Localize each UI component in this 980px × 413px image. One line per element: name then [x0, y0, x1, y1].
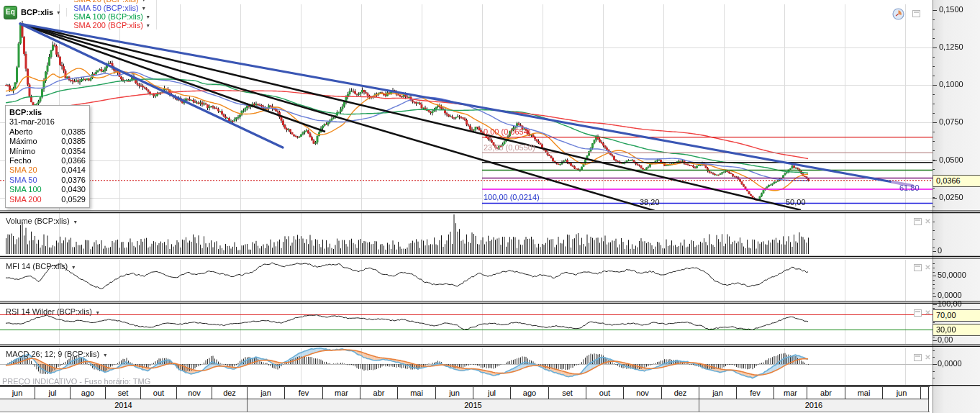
month-cell: jul: [35, 387, 71, 399]
fib-level-100-label[interactable]: 100,00 (0,0214): [484, 193, 540, 201]
close-icon[interactable]: ✕: [924, 217, 932, 225]
tooltip-row: Máximo0,0385: [9, 137, 86, 146]
restore-icon[interactable]: [914, 354, 922, 361]
fib-level-236-label[interactable]: 23,60 (0,0550): [484, 143, 535, 152]
legend-item-sma-100[interactable]: SMA 100 (BCP:xlis)▾: [73, 12, 157, 21]
macd-panel-header[interactable]: MACD 26; 12; 9 (BCP:xlis)▾: [6, 350, 106, 358]
month-cell: fev: [285, 387, 323, 399]
chevron-down-icon[interactable]: ▾: [142, 5, 145, 12]
y-axis-tick-label: 0,0750: [939, 117, 963, 126]
y-axis-tick-label: 0,0500: [939, 155, 963, 164]
legend-item-label: SMA 50 (BCP:xlis): [73, 4, 138, 12]
mfi-panel-label: MFI 14 (BCP:xlis): [6, 262, 68, 271]
chevron-down-icon[interactable]: ▾: [147, 22, 150, 29]
rsi-panel-label: RSI 14 Wilder (BCP:xlis): [6, 307, 92, 316]
month-cell: set: [549, 387, 586, 399]
year-cell: 2016: [699, 399, 929, 412]
legend-item-label: SMA 200 (BCP:xlis): [73, 21, 143, 30]
mfi-50-label: 50,0000: [938, 271, 966, 279]
legend-item-label: SMA 100 (BCP:xlis): [73, 12, 143, 21]
chevron-down-icon[interactable]: ▾: [147, 14, 150, 20]
tooltip-row: SMA 2000,0529: [9, 195, 86, 204]
tooltip-row: Fecho0,0366: [9, 156, 86, 165]
legend-item-sma-200[interactable]: SMA 200 (BCP:xlis)▾: [73, 21, 157, 30]
month-cell: mai: [398, 387, 436, 399]
month-cell: mar: [774, 387, 807, 399]
month-cell: abr: [807, 387, 845, 399]
month-cell: jul: [473, 387, 511, 399]
month-cell: jan: [248, 387, 285, 399]
chevron-down-icon[interactable]: ▾: [72, 264, 75, 271]
tooltip-row-value: 0,0385: [61, 127, 86, 137]
tooltip-row: Mínimo0,0354: [9, 147, 86, 156]
chevron-down-icon[interactable]: ▾: [142, 0, 145, 3]
price-tooltip: BCP:xlis 31-mar-2016 Aberto0,0385Máximo0…: [5, 105, 90, 208]
month-cell: out: [586, 387, 624, 399]
close-icon[interactable]: ✕: [924, 263, 932, 271]
symbol-label: BCP:xlis: [21, 8, 53, 17]
rsi-panel-header[interactable]: RSI 14 Wilder (BCP:xlis)▾: [6, 307, 99, 316]
macd-panel-label: MACD 26; 12; 9 (BCP:xlis): [6, 350, 99, 358]
tooltip-row-label: SMA 20: [9, 165, 37, 175]
month-cell: jun: [436, 387, 473, 399]
legend-item-sma-50[interactable]: SMA 50 (BCP:xlis)▾: [73, 4, 157, 12]
tooltip-row-label: Fecho: [9, 156, 32, 165]
symbol-selector[interactable]: BCP:xlis ▾: [21, 8, 67, 17]
month-cell: ago: [71, 387, 106, 399]
mfi-panel-header[interactable]: MFI 14 (BCP:xlis)▾: [6, 262, 75, 271]
month-cell: nov: [624, 387, 662, 399]
restore-icon[interactable]: [914, 309, 922, 317]
rsi-overbought-box: 70,00: [933, 309, 980, 322]
rsi-oversold-box: 30,00: [933, 324, 980, 336]
rsi-100-label: 100,00: [938, 299, 962, 308]
mfi-0-label: 0,0000: [938, 291, 962, 299]
restore-icon[interactable]: [914, 264, 922, 271]
tooltip-row-value: 0,0354: [61, 147, 86, 156]
month-cell: abr: [360, 387, 398, 399]
macd-zero-label: 0,0000: [938, 359, 962, 368]
chevron-down-icon[interactable]: ▾: [104, 352, 106, 358]
close-icon[interactable]: ✕: [924, 353, 932, 361]
fan-382-label[interactable]: 38,20: [640, 198, 660, 206]
restore-icon[interactable]: [914, 218, 922, 225]
fan-50-label[interactable]: 50,00: [786, 198, 806, 206]
fib-level-0-label[interactable]: 0,00 (0,0654): [484, 127, 530, 136]
tooltip-row-label: Aberto: [9, 127, 32, 137]
close-icon[interactable]: ✕: [924, 309, 932, 317]
tooltip-symbol: BCP:xlis: [9, 108, 86, 117]
tooltip-row-value: 0,0414: [61, 165, 86, 175]
fan-618-label[interactable]: 61.80: [899, 183, 920, 192]
tooltip-row-value: 0,0529: [61, 195, 86, 204]
month-cell: set: [106, 387, 141, 399]
tooltip-row-label: SMA 50: [9, 176, 37, 185]
y-axis-tick-label: 0,1250: [939, 42, 963, 51]
chevron-down-icon[interactable]: ▾: [74, 219, 77, 225]
tooltip-row-label: Máximo: [9, 137, 37, 146]
volume-panel-header[interactable]: Volume (BCP:xlis)▾: [6, 217, 77, 225]
chart-canvas[interactable]: [0, 0, 980, 413]
clock-icon[interactable]: [892, 8, 904, 20]
y-axis-tick-label: 0,1500: [939, 5, 963, 14]
equity-logo-icon: Eq: [4, 6, 17, 19]
last-price-box: 0,0366: [933, 175, 980, 187]
month-cell: mar: [323, 387, 360, 399]
rsi-0-label: 0,00: [938, 335, 953, 344]
charting-app-window: Eq BCP:xlis ▾ SMA 20 (BCP:xlis)▾SMA 50 (…: [0, 0, 980, 413]
tooltip-row: SMA 1000,0430: [9, 185, 86, 194]
y-axis-tick-label: 0,0250: [939, 193, 963, 201]
month-cell: ago: [511, 387, 549, 399]
month-cell: jun: [0, 387, 35, 399]
tooltip-row: SMA 200,0414: [9, 165, 86, 175]
month-cell-empty: [921, 387, 929, 399]
restore-icon[interactable]: [912, 10, 920, 17]
volume-panel-label: Volume (BCP:xlis): [6, 217, 70, 225]
tooltip-row: SMA 500,0376: [9, 176, 86, 185]
chevron-down-icon[interactable]: ▾: [57, 9, 60, 16]
tooltip-date: 31-mar-2016: [9, 117, 86, 127]
year-cell: 2014: [0, 399, 248, 412]
month-cell: jan: [699, 387, 737, 399]
month-cell: out: [141, 387, 177, 399]
chevron-down-icon[interactable]: ▾: [96, 309, 99, 316]
indicative-price-note: PREÇO INDICATIVO - Fuso horário: TMG: [2, 377, 150, 386]
month-cell: jun: [883, 387, 921, 399]
